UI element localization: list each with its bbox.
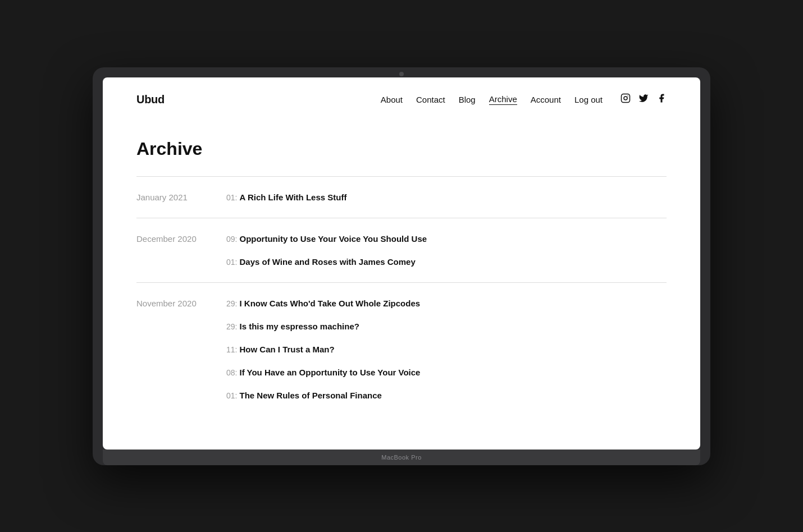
- post-title[interactable]: Days of Wine and Roses with James Comey: [239, 257, 415, 267]
- archive-row-nov-1: November 2020 29: I Know Cats Who'd Take…: [136, 299, 667, 308]
- archive-post: 09: Opportunity to Use Your Voice You Sh…: [226, 234, 427, 244]
- archive-post: 08: If You Have an Opportunity to Use Yo…: [226, 368, 420, 377]
- laptop-camera: [399, 72, 404, 76]
- post-title[interactable]: A Rich Life With Less Stuff: [239, 192, 346, 202]
- site-nav: About Contact Blog Archive Account Log o…: [381, 93, 667, 106]
- archive-section-jan2021: January 2021 01: A Rich Life With Less S…: [136, 177, 667, 218]
- twitter-icon[interactable]: [638, 93, 649, 106]
- archive-row-dec-1: December 2020 09: Opportunity to Use You…: [136, 234, 667, 244]
- post-title[interactable]: The New Rules of Personal Finance: [239, 391, 381, 400]
- archive-post: 01: Days of Wine and Roses with James Co…: [226, 257, 416, 267]
- site-logo[interactable]: Ubud: [136, 93, 165, 106]
- instagram-icon[interactable]: [620, 93, 631, 106]
- archive-month-label: January 2021: [136, 192, 226, 202]
- nav-contact[interactable]: Contact: [416, 95, 445, 104]
- main-content: Archive January 2021 01: A Rich Life Wit…: [103, 122, 700, 450]
- post-title[interactable]: How Can I Trust a Man?: [239, 345, 334, 354]
- archive-post: 11: How Can I Trust a Man?: [226, 345, 335, 354]
- post-day: 29:: [226, 299, 237, 308]
- archive-section-nov2020: November 2020 29: I Know Cats Who'd Take…: [136, 283, 667, 416]
- archive-row-dec-2: 01: Days of Wine and Roses with James Co…: [136, 257, 667, 267]
- post-title[interactable]: Is this my espresso machine?: [239, 322, 359, 331]
- post-day: 01:: [226, 391, 237, 400]
- laptop-frame: Ubud About Contact Blog Archive Account …: [93, 67, 710, 465]
- facebook-icon[interactable]: [656, 93, 667, 106]
- post-title[interactable]: Opportunity to Use Your Voice You Should…: [239, 234, 427, 244]
- post-title[interactable]: If You Have an Opportunity to Use Your V…: [239, 368, 420, 377]
- post-day: 11:: [226, 345, 237, 354]
- nav-archive[interactable]: Archive: [489, 94, 517, 105]
- post-day: 01:: [226, 193, 237, 202]
- archive-row-nov-2: 29: Is this my espresso machine?: [136, 322, 667, 331]
- laptop-base: MacBook Pro: [103, 450, 700, 465]
- nav-social-icons: [620, 93, 667, 106]
- archive-row: January 2021 01: A Rich Life With Less S…: [136, 192, 667, 202]
- archive-post: 01: A Rich Life With Less Stuff: [226, 192, 346, 202]
- nav-about[interactable]: About: [381, 95, 403, 104]
- post-day: 08:: [226, 368, 237, 377]
- archive-month-label: December 2020: [136, 234, 226, 244]
- archive-post: 29: Is this my espresso machine?: [226, 322, 359, 331]
- macbook-label: MacBook Pro: [381, 454, 422, 461]
- svg-point-1: [624, 97, 627, 100]
- post-day: 09:: [226, 235, 237, 244]
- archive-post: 01: The New Rules of Personal Finance: [226, 391, 382, 400]
- archive-row-nov-4: 08: If You Have an Opportunity to Use Yo…: [136, 368, 667, 377]
- archive-post: 29: I Know Cats Who'd Take Out Whole Zip…: [226, 299, 420, 308]
- svg-rect-0: [622, 94, 630, 102]
- post-title[interactable]: I Know Cats Who'd Take Out Whole Zipcode…: [239, 299, 420, 308]
- archive-month-label: November 2020: [136, 299, 226, 308]
- post-day: 01:: [226, 258, 237, 267]
- archive-row-nov-5: 01: The New Rules of Personal Finance: [136, 391, 667, 400]
- archive-row-nov-3: 11: How Can I Trust a Man?: [136, 345, 667, 354]
- archive-section-dec2020: December 2020 09: Opportunity to Use You…: [136, 218, 667, 283]
- nav-logout[interactable]: Log out: [574, 95, 603, 104]
- svg-point-2: [627, 95, 628, 97]
- nav-blog[interactable]: Blog: [459, 95, 476, 104]
- post-day: 29:: [226, 322, 237, 331]
- nav-account[interactable]: Account: [531, 95, 561, 104]
- page-title: Archive: [136, 139, 667, 159]
- site-header: Ubud About Contact Blog Archive Account …: [103, 77, 700, 122]
- laptop-screen: Ubud About Contact Blog Archive Account …: [103, 77, 700, 450]
